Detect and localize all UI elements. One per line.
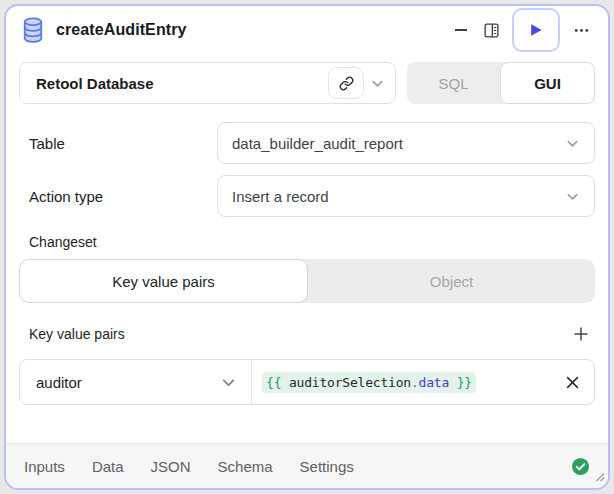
- resource-name: Retool Database: [36, 75, 154, 92]
- check-circle-icon: [571, 457, 590, 476]
- mode-toggle: SQL GUI: [407, 62, 595, 104]
- add-pair-button[interactable]: [569, 322, 593, 346]
- code-expression: {{ auditorSelection.data }}: [262, 372, 476, 393]
- kv-value-code-input[interactable]: {{ auditorSelection.data }}: [252, 360, 550, 404]
- chevron-down-icon: [565, 136, 580, 151]
- action-type-select[interactable]: Insert a record: [217, 175, 595, 217]
- tab-inputs[interactable]: Inputs: [24, 458, 65, 475]
- resize-handle-icon[interactable]: [593, 468, 605, 486]
- table-field-label: Table: [19, 135, 217, 152]
- query-editor-panel: createAuditEntry: [4, 4, 610, 490]
- resource-row: Retool Database SQL GUI: [6, 62, 608, 104]
- table-select-value: data_builder_audit_report: [232, 135, 403, 152]
- status-indicator: [571, 457, 590, 476]
- resource-link-button[interactable]: [328, 67, 364, 99]
- play-icon: [528, 22, 544, 38]
- resource-select[interactable]: Retool Database: [19, 62, 396, 104]
- chevron-down-icon: [220, 374, 237, 391]
- tab-data[interactable]: Data: [92, 458, 124, 475]
- kv-section-header: Key value pairs: [19, 322, 595, 346]
- run-button[interactable]: [512, 8, 560, 52]
- table-select[interactable]: data_builder_audit_report: [217, 122, 595, 164]
- tab-settings[interactable]: Settings: [300, 458, 354, 475]
- mode-option-gui[interactable]: GUI: [500, 62, 595, 104]
- header: createAuditEntry: [6, 6, 608, 54]
- tab-schema[interactable]: Schema: [218, 458, 273, 475]
- minimize-button[interactable]: [446, 15, 476, 45]
- changeset-option-object[interactable]: Object: [308, 259, 595, 303]
- action-type-select-value: Insert a record: [232, 188, 329, 205]
- plus-icon: [573, 326, 589, 342]
- database-icon: [22, 17, 44, 43]
- action-type-field-label: Action type: [19, 188, 217, 205]
- panel-icon: [483, 22, 500, 39]
- kv-section-label: Key value pairs: [29, 326, 125, 342]
- side-panel-button[interactable]: [476, 15, 506, 45]
- footer-bar: Inputs Data JSON Schema Settings: [6, 443, 608, 488]
- changeset-toggle: Key value pairs Object: [19, 259, 595, 303]
- table-field-row: Table data_builder_audit_report: [6, 122, 608, 164]
- query-title: createAuditEntry: [56, 21, 187, 39]
- link-icon: [339, 76, 354, 91]
- tab-json[interactable]: JSON: [151, 458, 191, 475]
- changeset-option-key-value-pairs[interactable]: Key value pairs: [19, 259, 308, 303]
- chevron-down-icon: [565, 189, 580, 204]
- more-menu-button[interactable]: [566, 15, 596, 45]
- ellipsis-icon: [573, 22, 590, 39]
- remove-pair-button[interactable]: [550, 360, 594, 404]
- mode-option-sql[interactable]: SQL: [407, 62, 500, 104]
- action-type-field-row: Action type Insert a record: [6, 175, 608, 217]
- chevron-down-icon: [370, 76, 385, 91]
- kv-key-value: auditor: [36, 374, 82, 391]
- kv-key-select[interactable]: auditor: [20, 360, 252, 404]
- close-icon: [564, 374, 581, 391]
- changeset-label: Changeset: [19, 234, 595, 250]
- minus-icon: [453, 22, 469, 38]
- kv-pair-row: auditor {{ auditorSelection.data }}: [19, 359, 595, 405]
